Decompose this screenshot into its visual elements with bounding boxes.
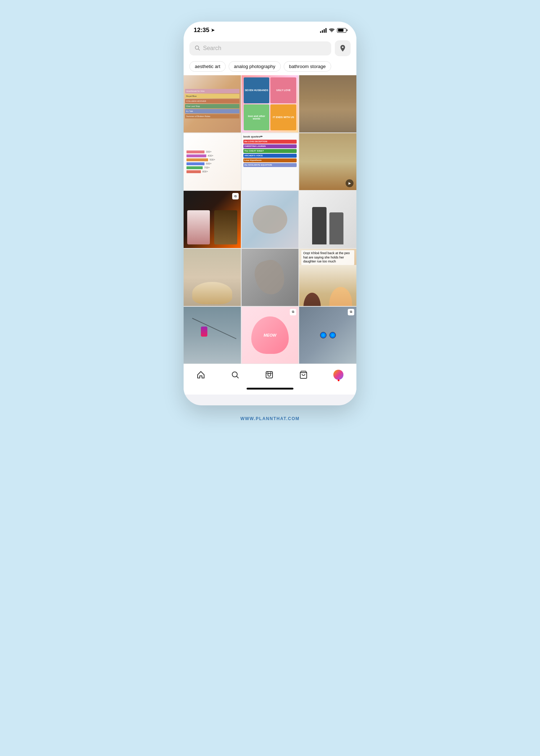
chip-aesthetic-art[interactable]: aesthetic art xyxy=(189,61,226,72)
multi-post-icon: ⧉ xyxy=(232,193,239,199)
grid-item-bw-people[interactable] xyxy=(299,191,356,248)
content-area: Search aesthetic art analog photography … xyxy=(184,37,356,395)
chip-analog-photography[interactable]: analog photography xyxy=(229,61,281,72)
svg-rect-4 xyxy=(266,372,273,378)
nav-reels[interactable] xyxy=(259,369,279,381)
grid-item-outdoor-bar[interactable] xyxy=(299,75,356,132)
footer-url: WWW.PLANNTHAT.COM xyxy=(240,416,300,421)
video-play-icon: ▶ xyxy=(346,179,354,187)
location-arrow-icon: ➤ xyxy=(211,28,215,33)
photo-grid: Heartbreak for Hire Royal Blue COLLEEN H… xyxy=(184,75,356,364)
battery-icon xyxy=(337,28,346,33)
grid-item-book-quotes[interactable]: book quotes✏ the LOVE DECEPTION CHRISTIN… xyxy=(242,133,299,190)
grid-item-meow-cookie[interactable]: MEOW ⧉ xyxy=(242,307,299,364)
grid-item-books-stack[interactable]: Heartbreak for Hire Royal Blue COLLEEN H… xyxy=(184,75,241,132)
multi-post-icon-meow: ⧉ xyxy=(290,309,296,315)
grid-item-books-colorful[interactable]: SEVEN HUSBANDS UGLY LOVE love and other … xyxy=(242,75,299,132)
nav-search[interactable] xyxy=(225,369,245,381)
home-indicator xyxy=(184,384,356,395)
svg-line-1 xyxy=(198,49,200,50)
status-time: 12:35 ➤ xyxy=(194,27,215,34)
grid-item-blue-eye-cat[interactable]: ⧉ xyxy=(299,307,356,364)
notification-dot xyxy=(338,379,339,381)
svg-point-5 xyxy=(268,373,271,376)
phone-container: 12:35 ➤ xyxy=(184,22,356,405)
grid-item-cat-stretching[interactable] xyxy=(242,249,299,306)
wifi-icon xyxy=(329,28,335,33)
signal-icon xyxy=(320,28,327,33)
time-display: 12:35 xyxy=(194,27,209,34)
grid-item-celebrity[interactable]: Oop! Khloé fired back at the peo hat are… xyxy=(299,249,356,306)
grid-item-restaurant[interactable]: ▶ xyxy=(299,133,356,190)
reels-icon xyxy=(265,370,274,379)
grid-item-cosplay[interactable]: ⧉ xyxy=(184,191,241,248)
svg-line-3 xyxy=(237,377,238,378)
grid-item-zipline[interactable] xyxy=(184,307,241,364)
search-bar[interactable]: Search xyxy=(189,41,331,55)
grid-item-books-stacked[interactable]: 300+ 400+ 500+ 600+ xyxy=(184,133,241,190)
search-nav-icon xyxy=(231,370,239,379)
search-container: Search xyxy=(184,37,356,59)
shop-icon xyxy=(299,370,308,379)
chips-container: aesthetic art analog photography bathroo… xyxy=(184,59,356,75)
location-button[interactable] xyxy=(335,40,351,56)
search-icon xyxy=(194,45,200,52)
profile-avatar xyxy=(333,370,343,380)
status-icons xyxy=(320,28,346,33)
nav-shop[interactable] xyxy=(293,369,314,381)
home-icon xyxy=(197,370,205,379)
nav-profile[interactable] xyxy=(328,368,349,381)
nav-home[interactable] xyxy=(191,369,211,381)
grid-item-cats-bed[interactable] xyxy=(242,191,299,248)
multi-post-icon-bluecat: ⧉ xyxy=(348,309,354,315)
search-placeholder: Search xyxy=(203,45,326,51)
home-bar xyxy=(247,388,293,390)
bottom-nav xyxy=(184,364,356,384)
grid-item-kitten-peeking[interactable] xyxy=(184,249,241,306)
celebrity-overlay-text: Oop! Khloé fired back at the peo hat are… xyxy=(301,250,354,265)
status-bar: 12:35 ➤ xyxy=(184,22,356,37)
chip-bathroom-storage[interactable]: bathroom storage xyxy=(284,61,331,72)
